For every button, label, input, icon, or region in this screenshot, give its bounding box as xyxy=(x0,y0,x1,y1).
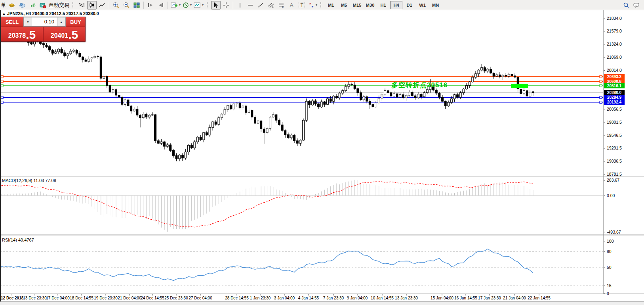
time-axis-label: 24 Dec 14:55 xyxy=(141,296,164,300)
line-anchor-handle[interactable] xyxy=(600,75,602,78)
line-anchor-handle[interactable] xyxy=(1,75,3,78)
candle-body xyxy=(493,73,495,77)
crosshair-icon[interactable] xyxy=(221,1,231,10)
zoom-in-icon[interactable] xyxy=(111,1,121,10)
autotrading-icon[interactable] xyxy=(38,1,48,10)
volume-increase-button[interactable]: ▲ xyxy=(57,17,65,26)
candle-body xyxy=(121,97,123,104)
volume-spinner: ▼ 0.10 ▲ xyxy=(23,17,66,27)
time-axis-label: 27 Dec 04:00 xyxy=(189,296,212,300)
candle-body xyxy=(423,93,425,97)
candle-body xyxy=(269,117,271,128)
candle-body xyxy=(94,56,96,58)
line-anchor-handle[interactable] xyxy=(600,84,602,87)
buy-button[interactable]: BUY xyxy=(66,17,85,27)
candle-body xyxy=(290,135,292,138)
tile-windows-icon[interactable] xyxy=(132,1,141,10)
line-chart-icon[interactable] xyxy=(97,1,107,10)
timeframe-button-h4[interactable]: H4 xyxy=(390,1,402,9)
vertical-line-tool-icon[interactable] xyxy=(235,1,245,10)
timeframe-button-m5[interactable]: M5 xyxy=(338,1,350,9)
line-anchor-handle[interactable] xyxy=(600,96,602,99)
cursor-icon[interactable] xyxy=(211,1,221,10)
auto-scroll-icon[interactable] xyxy=(146,1,155,10)
fibonacci-tool-icon[interactable]: F xyxy=(276,1,286,10)
candle-body xyxy=(160,142,162,143)
candle-body xyxy=(444,101,446,106)
candle-body xyxy=(505,75,507,77)
price-axis-tick-label: 19036.5 xyxy=(607,159,622,163)
buy-price-box[interactable]: 20401.5 xyxy=(44,27,85,41)
volume-value[interactable]: 0.10 xyxy=(32,17,57,26)
timeframe-button-w1[interactable]: W1 xyxy=(416,1,429,9)
autotrading-label[interactable]: 自动交易 xyxy=(49,2,69,9)
text-tool-icon[interactable]: A xyxy=(287,1,296,10)
time-axis-label: 21 Dec 04:00 xyxy=(118,296,141,300)
candle-body xyxy=(236,103,238,104)
line-anchor-handle[interactable] xyxy=(1,96,3,99)
timeframe-button-m30[interactable]: M30 xyxy=(364,1,376,9)
line-anchor-handle[interactable] xyxy=(1,84,3,87)
toolbar-grip xyxy=(207,2,209,8)
candle-body xyxy=(73,50,75,51)
collapse-arrow-icon[interactable]: ▲ xyxy=(2,12,6,15)
chart-shift-icon[interactable] xyxy=(156,1,166,10)
text-label-tool-icon[interactable]: T xyxy=(297,1,307,10)
candle-body xyxy=(363,97,365,100)
chart-window-border xyxy=(0,10,1,301)
chart-text-annotation[interactable]: 多空转折点20516 xyxy=(391,81,448,90)
volume-decrease-button[interactable]: ▼ xyxy=(24,17,32,26)
zoom-out-icon[interactable] xyxy=(122,1,131,10)
new-order-icon[interactable] xyxy=(7,1,17,10)
candle-body xyxy=(369,101,371,104)
arrows-tool-icon[interactable]: ▾ xyxy=(307,1,318,10)
text-tool-letter: A xyxy=(290,2,293,8)
candle-body xyxy=(324,102,326,104)
new-chart-icon[interactable]: ▾ xyxy=(170,1,181,10)
trendline-tool-icon[interactable] xyxy=(256,1,265,10)
timeframe-button-m1[interactable]: M1 xyxy=(325,1,337,9)
time-axis-label: 22 Jan 14:55 xyxy=(528,296,551,300)
timeframe-button-h1[interactable]: H1 xyxy=(377,1,389,9)
sell-button[interactable]: SELL xyxy=(1,17,23,27)
periods-icon[interactable]: ▾ xyxy=(182,1,192,10)
timeframe-button-d1[interactable]: D1 xyxy=(403,1,415,9)
line-anchor-handle[interactable] xyxy=(1,80,3,82)
candle-body xyxy=(142,114,144,118)
candle-body xyxy=(127,100,129,106)
rectangle-annotation[interactable] xyxy=(511,84,528,88)
line-anchor-handle[interactable] xyxy=(600,80,602,82)
chart-canvas[interactable]: 21834.021579.021324.021069.020814.020056… xyxy=(0,0,644,305)
timeframe-button-m15[interactable]: M15 xyxy=(351,1,363,9)
candlestick-chart-icon[interactable] xyxy=(87,1,97,10)
candle-body xyxy=(335,96,337,98)
candle-body xyxy=(450,99,452,102)
indicators-icon[interactable]: ▾ xyxy=(193,1,204,10)
line-anchor-handle[interactable] xyxy=(600,101,602,104)
candle-body xyxy=(320,102,322,107)
candle-body xyxy=(499,75,501,77)
candle-body xyxy=(209,127,211,135)
candle-body xyxy=(227,106,229,109)
buy-price-main: 20401 xyxy=(51,32,69,41)
time-axis-label: 1 Jan 23:30 xyxy=(250,296,271,300)
line-anchor-handle[interactable] xyxy=(1,101,3,104)
chat-icon[interactable] xyxy=(632,1,641,10)
timeframe-button-mn[interactable]: MN xyxy=(429,1,442,9)
horizontal-line-tool-icon[interactable] xyxy=(246,1,255,10)
channel-tool-icon[interactable]: E xyxy=(266,1,276,10)
search-icon[interactable] xyxy=(621,1,631,10)
candle-body xyxy=(112,90,114,92)
bar-chart-icon[interactable] xyxy=(77,1,86,10)
candle-body xyxy=(293,135,295,141)
candle-body xyxy=(97,56,99,57)
community-icon[interactable] xyxy=(17,1,27,10)
candle-body xyxy=(318,104,320,107)
candle-body xyxy=(49,46,51,50)
time-axis-label: 15 Jan 04:00 xyxy=(431,296,453,300)
sell-price-box[interactable]: 20378.5 xyxy=(1,27,43,41)
toolbar-grip xyxy=(72,2,75,8)
time-axis-label: 13 Dec 23:30 xyxy=(23,296,47,300)
signal-icon[interactable] xyxy=(28,1,37,10)
label-tool-letter: T xyxy=(299,2,305,8)
